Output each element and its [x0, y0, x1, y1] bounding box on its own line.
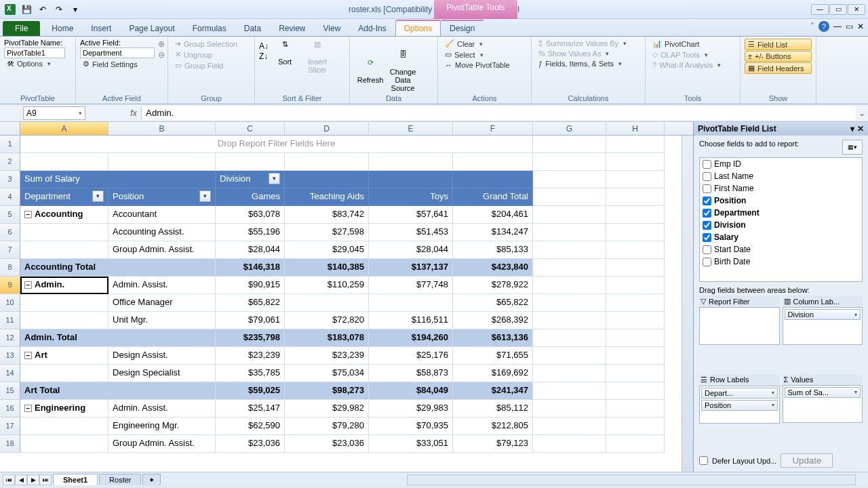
- cell[interactable]: [606, 294, 665, 312]
- cell[interactable]: Design Specialist: [108, 365, 216, 382]
- cell[interactable]: Grand Total: [453, 188, 533, 206]
- cell[interactable]: $59,025: [216, 382, 285, 400]
- minimize-button[interactable]: —: [811, 4, 829, 15]
- cell[interactable]: [285, 171, 369, 188]
- cell[interactable]: [533, 418, 606, 435]
- collapse-icon[interactable]: −: [24, 352, 32, 359]
- redo-icon[interactable]: ↷: [52, 3, 66, 16]
- cell[interactable]: $204,461: [453, 206, 533, 224]
- field-checkbox[interactable]: [703, 209, 711, 218]
- tab-insert[interactable]: Insert: [82, 20, 120, 36]
- cell[interactable]: Admin. Total: [20, 329, 216, 347]
- field-settings-button[interactable]: ⚙Field Settings: [80, 59, 163, 69]
- defer-layout-checkbox[interactable]: [699, 456, 708, 465]
- cell[interactable]: $194,260: [369, 329, 453, 347]
- plusminus-buttons-toggle[interactable]: ±+/- Buttons: [745, 51, 812, 62]
- cell[interactable]: [216, 153, 285, 171]
- row-header[interactable]: 14: [0, 365, 20, 382]
- cell[interactable]: $28,044: [216, 241, 285, 259]
- name-box-dropdown-icon[interactable]: ▾: [79, 110, 82, 117]
- tab-nav-prev[interactable]: ◀: [15, 474, 27, 485]
- cell[interactable]: $98,273: [285, 382, 369, 400]
- row-header[interactable]: 16: [0, 400, 20, 418]
- cell[interactable]: [533, 224, 606, 241]
- cell[interactable]: Teaching Aids: [285, 188, 369, 206]
- field-checkbox[interactable]: [703, 160, 711, 169]
- field-item[interactable]: Position: [700, 195, 862, 207]
- cell[interactable]: $423,840: [453, 259, 533, 277]
- tab-formulas[interactable]: Formulas: [184, 20, 235, 36]
- cell[interactable]: [20, 418, 108, 435]
- cell[interactable]: [533, 329, 606, 347]
- row-header[interactable]: 11: [0, 312, 20, 329]
- sort-az-icon[interactable]: A↓: [259, 41, 269, 51]
- cell[interactable]: [606, 188, 665, 206]
- workbook-minimize-icon[interactable]: —: [833, 22, 842, 31]
- cell[interactable]: Group Admin. Assist.: [108, 435, 216, 453]
- tab-nav-first[interactable]: ⏮: [3, 474, 15, 485]
- cell[interactable]: [369, 153, 453, 171]
- fields-items-sets-button[interactable]: ƒFields, Items, & Sets: [536, 59, 641, 68]
- move-pivottable-button[interactable]: ↔Move PivotTable: [442, 60, 527, 70]
- cell[interactable]: [606, 136, 665, 153]
- row-header[interactable]: 5: [0, 206, 20, 224]
- cell[interactable]: $23,239: [285, 347, 369, 365]
- cell[interactable]: $70,935: [369, 418, 453, 435]
- cell[interactable]: $241,347: [453, 382, 533, 400]
- cell[interactable]: [606, 206, 665, 224]
- cell[interactable]: [533, 136, 606, 153]
- qat-customize-icon[interactable]: ▾: [68, 3, 83, 16]
- cell[interactable]: Toys: [369, 188, 453, 206]
- tab-nav-last[interactable]: ⏭: [39, 474, 52, 485]
- field-item[interactable]: Department: [700, 207, 862, 219]
- field-list-box[interactable]: Emp IDLast NameFirst NamePositionDepartm…: [699, 157, 863, 282]
- cell[interactable]: [533, 153, 606, 171]
- chip-sum-salary[interactable]: Sum of Sa...▾: [785, 387, 861, 398]
- cell[interactable]: $235,798: [216, 329, 285, 347]
- cell[interactable]: [533, 382, 606, 400]
- horizontal-scrollbar[interactable]: [407, 474, 856, 485]
- field-list-toggle[interactable]: ☰Field List: [745, 39, 812, 50]
- fx-icon[interactable]: fx: [126, 108, 141, 118]
- field-checkbox[interactable]: [703, 245, 711, 254]
- cell[interactable]: [285, 294, 369, 312]
- cell[interactable]: $65,822: [453, 294, 533, 312]
- col-header-B[interactable]: B: [108, 122, 216, 135]
- cell[interactable]: [20, 435, 108, 453]
- cell[interactable]: $137,137: [369, 259, 453, 277]
- cell[interactable]: [533, 312, 606, 329]
- cell[interactable]: $33,051: [369, 435, 453, 453]
- field-item[interactable]: Birth Date: [700, 256, 862, 268]
- column-field-header[interactable]: Division▾: [216, 171, 285, 188]
- row-header[interactable]: 7: [0, 241, 20, 259]
- sort-za-icon[interactable]: Z↓: [259, 52, 269, 61]
- row-header[interactable]: 3: [0, 171, 20, 188]
- row-header[interactable]: 9: [0, 277, 20, 294]
- name-box[interactable]: A9 ▾: [23, 106, 85, 120]
- chip-division[interactable]: Division▾: [785, 309, 861, 320]
- cell[interactable]: [606, 435, 665, 453]
- pivotchart-button[interactable]: 📊PivotChart: [650, 39, 736, 49]
- cell[interactable]: $25,176: [369, 347, 453, 365]
- cell[interactable]: $72,820: [285, 312, 369, 329]
- field-layout-button[interactable]: ▦▾: [842, 140, 863, 155]
- cell[interactable]: [533, 294, 606, 312]
- field-checkbox[interactable]: [703, 221, 711, 230]
- cell[interactable]: [533, 188, 606, 206]
- cell[interactable]: $75,034: [285, 365, 369, 382]
- collapse-icon[interactable]: −: [24, 405, 32, 412]
- select-button[interactable]: ▭Select: [442, 49, 527, 60]
- cell[interactable]: $63,078: [216, 206, 285, 224]
- pivottable-name-input[interactable]: [4, 47, 65, 58]
- cell[interactable]: [606, 312, 665, 329]
- cell[interactable]: $29,983: [369, 400, 453, 418]
- select-all-corner[interactable]: [0, 122, 20, 135]
- tab-addins[interactable]: Add-Ins: [349, 20, 395, 36]
- cell[interactable]: $79,061: [216, 312, 285, 329]
- cell[interactable]: $23,036: [216, 435, 285, 453]
- cell[interactable]: [606, 224, 665, 241]
- tab-home[interactable]: Home: [43, 20, 82, 36]
- field-list-dropdown-icon[interactable]: ▾: [850, 124, 854, 134]
- cell[interactable]: Art Total: [20, 382, 216, 400]
- row-field1-header[interactable]: Department▾: [20, 188, 108, 206]
